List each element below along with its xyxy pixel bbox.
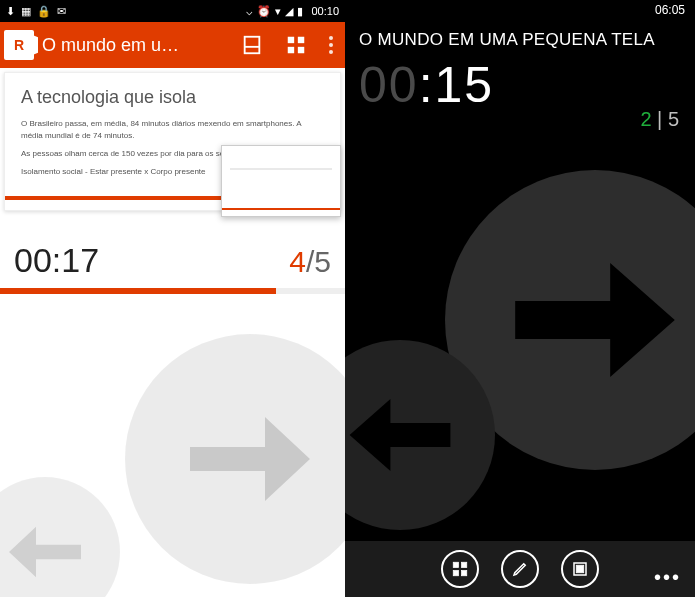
notes-view-button[interactable] [241, 34, 263, 56]
arrow-right-icon [175, 384, 325, 534]
slides-grid-button[interactable] [441, 550, 479, 588]
svg-rect-3 [298, 37, 304, 43]
elapsed-timer: 00:17 [14, 241, 99, 280]
slide-title: A tecnologia que isola [21, 87, 324, 108]
svg-rect-11 [576, 565, 584, 573]
bluetooth-icon: ⌵ [246, 5, 253, 18]
slide-counter: 4/5 [289, 245, 331, 279]
mail-icon: ✉ [57, 5, 66, 18]
powerpoint-app-icon: R [4, 30, 34, 60]
arrow-left-icon [345, 375, 460, 495]
overflow-menu-button[interactable] [329, 36, 333, 54]
total-slides: 5 [314, 245, 331, 278]
android-status-bar: ⬇ ▦ 🔒 ✉ ⌵ ⏰ ▾ ◢ ▮ 00:10 [0, 0, 345, 22]
arrow-right-icon [500, 225, 690, 415]
previous-slide-button[interactable] [0, 477, 120, 597]
svg-rect-7 [462, 562, 467, 567]
slide-view-button[interactable] [561, 550, 599, 588]
arrow-left-icon [0, 507, 90, 597]
svg-rect-6 [453, 562, 458, 567]
svg-rect-0 [245, 37, 260, 54]
signal-icon: ◢ [285, 5, 293, 18]
powerpoint-title-bar: R O mundo em u… [0, 22, 345, 68]
svg-rect-4 [288, 47, 294, 53]
grid-view-button[interactable] [285, 34, 307, 56]
svg-rect-2 [288, 37, 294, 43]
download-icon: ⬇ [6, 5, 15, 18]
wifi-icon: ▾ [275, 5, 281, 18]
pen-tool-button[interactable] [501, 550, 539, 588]
presentation-title: O mundo em u… [42, 35, 179, 56]
next-slide-button[interactable] [125, 334, 345, 584]
image-icon: ▦ [21, 5, 31, 18]
slide-paragraph: O Brasileiro passa, em média, 84 minutos… [21, 118, 324, 142]
svg-rect-8 [453, 571, 458, 576]
svg-rect-5 [298, 47, 304, 53]
lock-icon: 🔒 [37, 5, 51, 18]
current-slide-number: 4 [289, 245, 306, 278]
battery-icon: ▮ [297, 5, 303, 18]
next-slide-thumbnail[interactable] [221, 145, 341, 217]
status-clock: 00:10 [311, 5, 339, 17]
current-slide-preview[interactable]: A tecnologia que isola O Brasileiro pass… [0, 68, 345, 215]
wp-app-bar: ••• [345, 541, 695, 597]
svg-rect-9 [462, 571, 467, 576]
alarm-icon: ⏰ [257, 5, 271, 18]
